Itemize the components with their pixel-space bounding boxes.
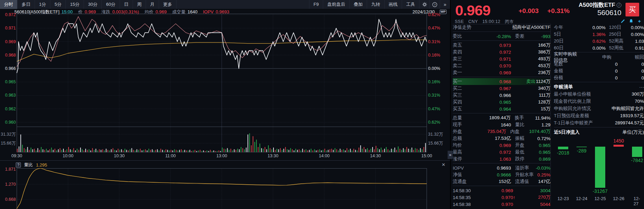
stat-label: 总额 xyxy=(453,135,473,142)
srlist-value: 19319.57元 xyxy=(605,113,644,119)
ask-volume: 386万 xyxy=(511,49,550,55)
stat-value: 0.9666 xyxy=(473,172,511,177)
tab-30分[interactable]: 30分 xyxy=(84,0,102,9)
time-tick-14:30: 14:30 xyxy=(370,153,381,158)
price-tick: 0.972 xyxy=(0,12,16,17)
intraday-chart-canvas[interactable] xyxy=(0,14,450,161)
ask-row[interactable]: 卖二0.970453万 xyxy=(453,62,550,69)
bid-row[interactable]: 买五0.96415万 xyxy=(453,106,550,112)
settings-gear-icon[interactable] xyxy=(419,0,429,9)
srlist-header: 申赎清单··· xyxy=(554,83,644,90)
ask-label: 卖二 xyxy=(453,63,473,69)
intraday-chart[interactable]: 0.9720.9710.9690.9680.9660.9650.9630.962… xyxy=(0,14,450,161)
weibi-row: 委比-0.28%委差-993 xyxy=(453,33,550,40)
separator xyxy=(453,32,550,32)
ask-row[interactable]: 卖四0.972386万 xyxy=(453,49,550,56)
flow-unit-label: 单位(万元) xyxy=(622,129,644,135)
edit-icon[interactable] xyxy=(620,19,625,24)
bid-volume: 340万 xyxy=(511,85,550,91)
stat-value: 0.72% xyxy=(536,136,550,141)
tab-多日[interactable]: 多日 xyxy=(17,0,35,9)
separator xyxy=(453,186,550,186)
tab-5分[interactable]: 5分 xyxy=(50,0,66,9)
ask-row[interactable]: 卖三0.971493万 xyxy=(453,56,550,62)
tab-更多[interactable]: 更多 xyxy=(159,0,177,9)
tab-60分[interactable]: 60分 xyxy=(102,0,120,9)
price-tick: 0.960 xyxy=(0,120,16,125)
toolbar-button-F9[interactable]: F9 xyxy=(309,0,323,9)
volume-tick: 15.66万 xyxy=(428,141,443,146)
bid-row[interactable]: 买一0.968卖出1124万 xyxy=(453,78,550,85)
flow-header: 近5日净流入单位(万元) xyxy=(554,128,644,136)
time-tick-09:30: 09:30 xyxy=(11,153,22,158)
buy-button[interactable]: 买 xyxy=(625,3,639,16)
tab-日[interactable]: 日 xyxy=(120,0,133,9)
perf-value: 0.00% xyxy=(573,25,606,30)
bid-row[interactable]: 买二0.967340万 xyxy=(453,85,550,92)
tape-direction-icon: ↑ xyxy=(513,195,518,200)
add-watchlist-icon[interactable]: + xyxy=(637,19,642,24)
stat-label: 最低 xyxy=(511,149,536,155)
bid-price: 0.967 xyxy=(473,86,511,91)
toolbar-button-九转[interactable]: 九转 xyxy=(367,0,384,9)
performance-row: 60日0.00%52周低0.91 xyxy=(554,45,644,51)
toolbar-button-工具[interactable]: 工具 xyxy=(402,0,419,9)
subscribe-value: 0 xyxy=(573,69,618,74)
perf-value: 0.00% xyxy=(631,25,644,30)
stat-label: 溢折率 xyxy=(511,165,536,171)
separator xyxy=(453,77,550,77)
perf-value: 0.62% xyxy=(573,39,606,44)
srlist-value: 70% xyxy=(605,99,644,104)
stat-label: 最高 xyxy=(453,149,473,155)
liangbi-canvas[interactable] xyxy=(0,168,450,209)
stat-label: IOPV xyxy=(453,165,473,171)
price-tick: 0.968 xyxy=(0,53,16,58)
perf-value: 0.00% xyxy=(631,32,644,37)
liangbi-label[interactable]: 量比 xyxy=(24,162,33,168)
liangbi-tick: 1.871 xyxy=(0,167,16,172)
liangbi-tick: 1.270 xyxy=(0,182,16,187)
ask-row[interactable]: 卖一0.969236万 xyxy=(453,69,550,76)
tab-15分[interactable]: 15分 xyxy=(66,0,84,9)
stat-label: 外盘 xyxy=(453,128,472,135)
bid-row[interactable]: 买三0.966111万 xyxy=(453,92,550,99)
toolbar-button-叠加[interactable]: 叠加 xyxy=(349,0,367,9)
srlist-more-icon[interactable]: ··· xyxy=(639,84,644,90)
more-chevrons-icon[interactable]: » xyxy=(440,0,450,9)
ask-price: 0.972 xyxy=(473,50,511,55)
help-icon[interactable]: ? xyxy=(429,0,440,9)
stat-value: 17.53亿 xyxy=(473,135,511,142)
stat-value: 0.869 xyxy=(536,157,550,162)
help-box-icon[interactable]: ? xyxy=(16,162,21,168)
tape-price: 0.969 xyxy=(482,188,513,193)
subscribe-col: 赎回 xyxy=(611,54,644,60)
panel-collapse-handle[interactable]: » xyxy=(448,151,453,159)
tab-1分[interactable]: 1分 xyxy=(35,0,50,9)
perf-label: 今年 xyxy=(554,24,573,30)
bid-volume: 卖出1124万 xyxy=(511,78,550,85)
tape-time: 14:58:35 xyxy=(453,195,482,200)
liangbi-panel[interactable]: ? 量比 1.295 × 1.8711.2700.668 xyxy=(0,160,450,209)
subscribe-row: 份额00 xyxy=(554,74,644,81)
toolbar-button-盘前盘后[interactable]: 盘前盘后 xyxy=(323,0,349,9)
subscribe-label: 笔数 xyxy=(554,61,573,67)
tab-月[interactable]: 月 xyxy=(146,0,159,9)
price-tick: 0.969 xyxy=(0,39,16,44)
close-icon[interactable]: × xyxy=(440,161,447,168)
tab-周[interactable]: 周 xyxy=(133,0,146,9)
tab-分时[interactable]: 分时 xyxy=(0,0,17,9)
stat-value: 0.9693 xyxy=(473,165,511,171)
currency-label: CNY xyxy=(469,19,478,24)
subscribe-value: 0 xyxy=(618,62,644,67)
flow-date-12-23: 12-23 xyxy=(557,196,569,201)
alert-bell-icon[interactable] xyxy=(629,19,634,24)
ask-volume: 236万 xyxy=(511,70,550,76)
volume-tick: 31.32万 xyxy=(0,132,16,137)
liangbi-tick: 0.668 xyxy=(0,197,16,202)
toolbar-button-画线[interactable]: 画线 xyxy=(384,0,402,9)
volume-tick: 31.32万 xyxy=(428,132,443,137)
bid-row[interactable]: 买四0.965128万 xyxy=(453,99,550,106)
info-icon[interactable]: i xyxy=(617,3,621,8)
liangbi-value: 1.295 xyxy=(36,162,47,168)
ask-row[interactable]: 卖五0.973166万 xyxy=(453,42,550,49)
